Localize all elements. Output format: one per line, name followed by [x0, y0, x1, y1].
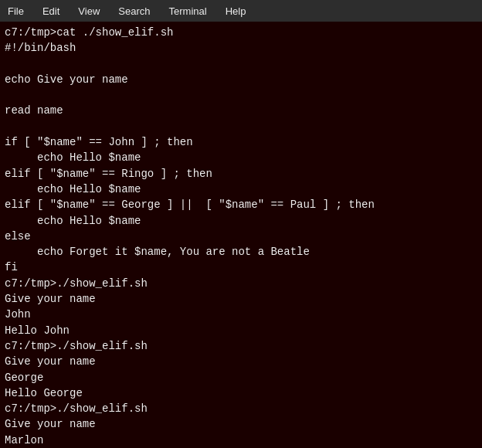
menu-help[interactable]: Help [221, 4, 251, 19]
terminal-area[interactable]: c7:/tmp>cat ./show_elif.sh #!/bin/bash e… [0, 22, 482, 448]
menu-edit[interactable]: Edit [38, 4, 64, 19]
menu-search[interactable]: Search [114, 4, 154, 19]
menu-view[interactable]: View [73, 4, 104, 19]
menu-terminal[interactable]: Terminal [165, 4, 212, 19]
menubar: File Edit View Search Terminal Help [0, 0, 482, 22]
menu-file[interactable]: File [3, 4, 29, 19]
